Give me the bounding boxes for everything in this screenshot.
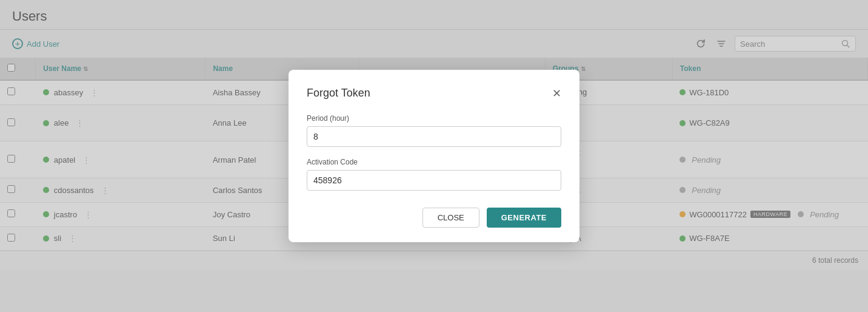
- activation-form-group: Activation Code: [307, 158, 561, 191]
- activation-label: Activation Code: [307, 158, 561, 166]
- modal-header: Forgot Token ✕: [307, 87, 561, 100]
- period-label: Period (hour): [307, 114, 561, 123]
- modal-title: Forgot Token: [307, 87, 370, 100]
- activation-input[interactable]: [307, 170, 561, 191]
- modal-overlay: Forgot Token ✕ Period (hour) Activation …: [0, 0, 868, 312]
- period-input[interactable]: [307, 126, 561, 147]
- modal-footer: CLOSE GENERATE: [307, 208, 561, 228]
- forgot-token-modal: Forgot Token ✕ Period (hour) Activation …: [289, 70, 579, 242]
- period-form-group: Period (hour): [307, 114, 561, 147]
- page-wrapper: Users + Add User: [0, 0, 868, 312]
- close-button[interactable]: CLOSE: [422, 208, 479, 228]
- generate-button[interactable]: GENERATE: [487, 208, 561, 228]
- modal-close-button[interactable]: ✕: [552, 88, 561, 99]
